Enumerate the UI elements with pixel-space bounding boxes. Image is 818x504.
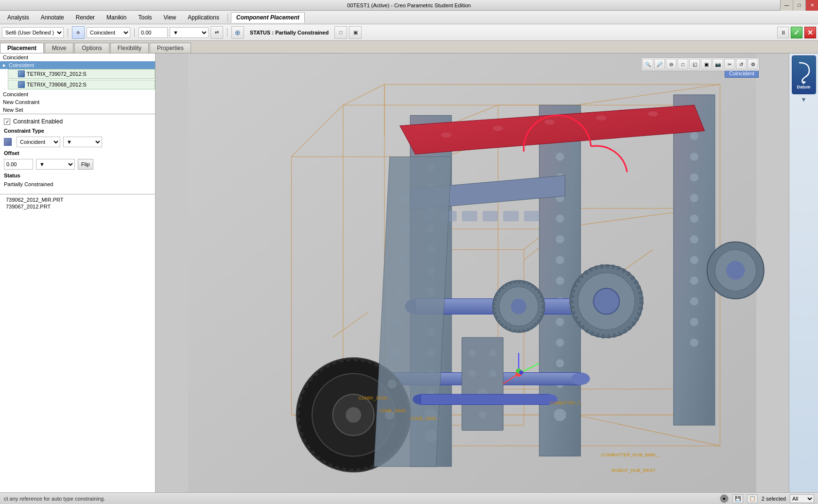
new-constraint-item[interactable]: New Constraint: [0, 98, 155, 106]
set-dropdown[interactable]: Set6 (User Defined ): [2, 27, 64, 38]
svg-rect-79: [462, 211, 477, 221]
offset-detail-input[interactable]: [4, 159, 33, 170]
sep3: [227, 28, 227, 37]
svg-point-100: [511, 299, 526, 314]
3d-viewport[interactable]: 🔍 🔎 ⊖ □ ◱ ▣ 📷 ✂ ↺ ⚙ Coincident Coinciden…: [156, 53, 789, 492]
maximize-button[interactable]: □: [793, 0, 805, 11]
status-bar: ct any reference for auto type constrain…: [0, 492, 818, 504]
svg-point-109: [395, 286, 404, 295]
tab-flexibility[interactable]: Flexibility: [110, 43, 149, 53]
vp-btn-camera[interactable]: 📷: [713, 59, 723, 70]
ok-button[interactable]: ✓: [791, 27, 802, 38]
constraint-list: Coincident ▶ Coincident TETRIX_739072_20…: [0, 53, 155, 114]
offset-label: Offset: [4, 150, 48, 156]
vp-btn-zoom-out[interactable]: ⊖: [666, 59, 677, 70]
svg-point-65: [690, 256, 698, 264]
svg-text:COMBATTER_HUB_8MM_...: COMBATTER_HUB_8MM_...: [601, 452, 661, 457]
vp-btn-cut[interactable]: ✂: [724, 59, 735, 70]
offset-detail-unit[interactable]: ▼: [36, 159, 75, 170]
view-mode-btn1[interactable]: □: [334, 26, 347, 39]
status-row: Status: [4, 173, 151, 178]
menu-analysis[interactable]: Analysis: [2, 12, 35, 23]
svg-point-51: [556, 277, 564, 285]
constraint-sub-list: TETRIX_739072_2012:S TETRIX_739068_2012:…: [0, 69, 155, 89]
placement-icon-btn[interactable]: ⊕: [231, 26, 244, 39]
minimize-button[interactable]: —: [780, 0, 793, 11]
enabled-checkbox[interactable]: ✓: [4, 119, 10, 125]
menu-separator: [227, 13, 228, 22]
main-content: Coincident ▶ Coincident TETRIX_739072_20…: [0, 53, 818, 492]
ref-item-2[interactable]: 739067_2012.PRT: [3, 203, 152, 210]
cancel-button[interactable]: ✕: [804, 27, 816, 38]
offset-input-row: ▼ Flip: [4, 159, 151, 170]
part-item-2[interactable]: TETRIX_739068_2012:S: [8, 80, 155, 89]
close-button[interactable]: ✕: [805, 0, 818, 11]
sep1: [68, 28, 68, 37]
offset-unit-dropdown[interactable]: ▼: [170, 27, 209, 38]
svg-point-54: [556, 338, 564, 347]
tab-component-placement[interactable]: Component Placement: [231, 12, 305, 23]
vp-btn-zoom-in[interactable]: 🔎: [654, 59, 665, 70]
part-item-1[interactable]: TETRIX_739072_2012:S: [8, 69, 155, 79]
svg-point-104: [726, 261, 745, 279]
svg-point-68: [690, 318, 698, 326]
status-message: ct any reference for auto type constrain…: [4, 496, 814, 502]
constraint-label-3: Coincident: [3, 91, 28, 97]
status-circle-btn[interactable]: ●: [720, 494, 729, 503]
svg-point-72: [493, 126, 503, 131]
vp-btn-view-3d[interactable]: ◱: [689, 59, 700, 70]
menu-render[interactable]: Render: [70, 12, 100, 23]
placement-tabs: Placement Move Options Flexibility Prope…: [0, 41, 818, 53]
datum-expand-btn[interactable]: ▼: [801, 96, 807, 103]
constraint-item-1[interactable]: Coincident: [0, 53, 155, 61]
flip-button[interactable]: Flip: [78, 159, 93, 170]
view-mode-btn2[interactable]: ▣: [349, 26, 362, 39]
status-copy-btn[interactable]: 📋: [747, 494, 758, 503]
constraint-icon-btn[interactable]: ⊕: [72, 26, 85, 39]
type-arrow-dropdown[interactable]: ▼: [63, 137, 102, 147]
svg-point-62: [690, 194, 698, 202]
ref-item-1[interactable]: 739062_2012_MIR.PRT: [3, 196, 152, 203]
datum-curve-icon: [795, 60, 813, 85]
svg-point-57: [554, 409, 566, 421]
filter-dropdown[interactable]: All: [790, 494, 814, 503]
status-label: STATUS : Partially Constrained: [246, 30, 332, 35]
constraint-item-3[interactable]: Coincident: [0, 90, 155, 98]
vp-btn-zoom-fit[interactable]: 🔍: [643, 59, 653, 70]
tab-move[interactable]: Move: [45, 43, 73, 53]
new-set-item[interactable]: New Set: [0, 106, 155, 114]
constraint-type-dropdown[interactable]: Coincident: [87, 27, 130, 38]
vp-btn-view-normal[interactable]: □: [678, 59, 688, 70]
vp-btn-section[interactable]: ▣: [701, 59, 712, 70]
tab-properties[interactable]: Properties: [150, 43, 191, 53]
svg-point-106: [400, 193, 410, 203]
status-save-btn[interactable]: 💾: [732, 494, 743, 503]
datum-label: Datum: [797, 85, 810, 89]
menu-tools[interactable]: Tools: [133, 12, 157, 23]
right-panel: Datum ▼: [789, 53, 818, 492]
pause-button[interactable]: ⏸: [777, 27, 789, 38]
svg-rect-80: [483, 211, 498, 221]
tab-options[interactable]: Options: [74, 43, 109, 53]
menu-manikin[interactable]: Manikin: [101, 12, 132, 23]
svg-point-64: [690, 235, 698, 243]
type-dropdown[interactable]: Coincident: [17, 137, 60, 147]
offset-input[interactable]: [139, 27, 168, 38]
flip-icon-btn[interactable]: ⇄: [210, 26, 223, 39]
sep2: [134, 28, 135, 37]
menu-applications[interactable]: Applications: [182, 12, 225, 23]
tab-placement[interactable]: Placement: [0, 43, 44, 53]
svg-point-48: [556, 214, 564, 223]
vp-btn-rotate[interactable]: ↺: [736, 59, 747, 70]
menu-view[interactable]: View: [158, 12, 181, 23]
constraint-item-2[interactable]: ▶ Coincident: [0, 61, 155, 69]
part-label-2: TETRIX_739068_2012:S: [27, 82, 87, 87]
title-bar: 00TEST1 (Active) - Creo Parametric Stude…: [0, 0, 818, 11]
selected-count: 2 selected: [762, 496, 786, 502]
svg-point-118: [489, 370, 497, 377]
menu-annotate[interactable]: Annotate: [35, 12, 70, 23]
vp-btn-settings[interactable]: ⚙: [748, 59, 758, 70]
enabled-label: Constraint Enabled: [13, 118, 63, 125]
datum-icon-panel[interactable]: Datum: [792, 55, 816, 94]
svg-point-55: [556, 359, 564, 367]
